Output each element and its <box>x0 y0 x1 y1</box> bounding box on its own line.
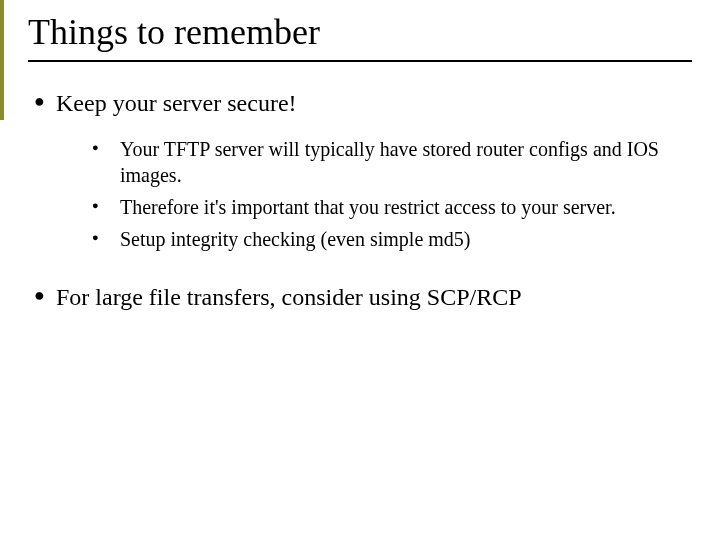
slide: Things to remember ● Keep your server se… <box>0 0 720 540</box>
bullet-icon: ● <box>34 282 56 308</box>
bullet-level1: ● For large file transfers, consider usi… <box>34 282 692 312</box>
bullet-icon: ● <box>92 226 120 248</box>
bullet-text: Keep your server secure! <box>56 88 297 118</box>
bullet-text: For large file transfers, consider using… <box>56 282 522 312</box>
bullet-text: Your TFTP server will typically have sto… <box>120 136 680 188</box>
accent-bar <box>0 0 4 120</box>
bullet-icon: ● <box>34 88 56 114</box>
slide-body: ● Keep your server secure! ● Your TFTP s… <box>28 88 692 312</box>
bullet-icon: ● <box>92 136 120 158</box>
title-rule <box>28 60 692 62</box>
sublist: ● Your TFTP server will typically have s… <box>92 136 692 252</box>
bullet-level2: ● Your TFTP server will typically have s… <box>92 136 692 188</box>
slide-title: Things to remember <box>28 14 692 52</box>
bullet-text: Therefore it's important that you restri… <box>120 194 616 220</box>
bullet-level2: ● Setup integrity checking (even simple … <box>92 226 692 252</box>
bullet-level2: ● Therefore it's important that you rest… <box>92 194 692 220</box>
bullet-text: Setup integrity checking (even simple md… <box>120 226 470 252</box>
bullet-level1: ● Keep your server secure! <box>34 88 692 118</box>
bullet-icon: ● <box>92 194 120 216</box>
